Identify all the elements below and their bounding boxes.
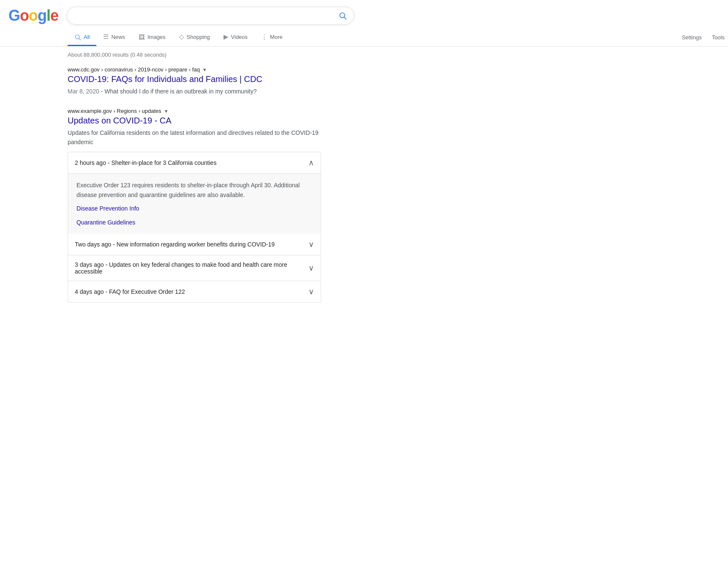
- shopping-tab-icon: ◇: [179, 33, 184, 41]
- chevron-down-icon-3: ∨: [308, 287, 314, 296]
- result-snippet-ca: Updates for California residents on the …: [68, 128, 321, 147]
- nav-settings: Settings Tools: [679, 30, 728, 45]
- tab-news-label: News: [111, 34, 125, 40]
- result-snippet-sep-cdc: -: [101, 88, 105, 95]
- tab-more[interactable]: ⋮ More: [254, 29, 289, 46]
- header: Google coronavirus in ca: [0, 0, 728, 25]
- result-item-cdc: www.cdc.gov › coronavirus › 2019-ncov › …: [68, 66, 321, 96]
- result-url-cdc: www.cdc.gov › coronavirus › 2019-ncov › …: [68, 66, 321, 73]
- expandable-row-2[interactable]: 3 days ago - Updates on key federal chan…: [68, 255, 321, 281]
- result-item-ca: www.example.gov › Regions › updates ▼ Up…: [68, 108, 321, 303]
- more-tab-icon: ⋮: [261, 33, 267, 41]
- chevron-down-icon-1: ∨: [308, 240, 314, 249]
- expandable-row-0[interactable]: 2 hours ago - Shelter-in-place for 3 Cal…: [68, 152, 321, 174]
- search-bar: coronavirus in ca: [67, 7, 354, 25]
- tab-more-label: More: [270, 34, 283, 40]
- expandable-row-label-0: 2 hours ago - Shelter-in-place for 3 Cal…: [75, 159, 216, 166]
- result-url-text-ca: www.example.gov › Regions › updates: [68, 108, 161, 114]
- expanded-content-0: Executive Order 123 requires residents t…: [68, 174, 321, 234]
- expanded-text-0: Executive Order 123 requires residents t…: [76, 182, 300, 198]
- tools-link[interactable]: Tools: [709, 30, 728, 45]
- search-bar-wrapper: coronavirus in ca: [67, 7, 354, 25]
- expandable-row-3[interactable]: 4 days ago - FAQ for Executive Order 122…: [68, 281, 321, 302]
- tab-videos[interactable]: ▶ Videos: [217, 29, 255, 46]
- settings-link[interactable]: Settings: [679, 30, 705, 45]
- tab-all-label: All: [84, 34, 90, 40]
- expandable-row-1[interactable]: Two days ago - New information regarding…: [68, 234, 321, 255]
- results-count: About 88,800,000 results (0.48 seconds): [68, 52, 321, 58]
- tab-shopping-label: Shopping: [187, 34, 210, 40]
- search-button[interactable]: [338, 11, 347, 20]
- tab-all[interactable]: All: [68, 29, 96, 46]
- videos-tab-icon: ▶: [224, 33, 229, 41]
- url-dropdown-arrow-cdc[interactable]: ▼: [202, 67, 207, 72]
- result-url-text-cdc: www.cdc.gov › coronavirus › 2019-ncov › …: [68, 66, 200, 73]
- google-logo: Google: [8, 7, 58, 25]
- expandable-row-label-1: Two days ago - New information regarding…: [75, 241, 275, 248]
- tab-images[interactable]: 🖼 Images: [132, 29, 172, 46]
- result-date-cdc: Mar 8, 2020: [68, 88, 99, 95]
- expandable-row-label-3: 4 days ago - FAQ for Executive Order 122: [75, 288, 185, 295]
- result-title-ca[interactable]: Updates on COVID-19 - CA: [68, 116, 321, 126]
- url-dropdown-arrow-ca[interactable]: ▼: [164, 109, 169, 114]
- search-input[interactable]: coronavirus in ca: [74, 12, 338, 19]
- result-url-ca: www.example.gov › Regions › updates ▼: [68, 108, 321, 114]
- search-icon: [338, 11, 347, 20]
- svg-line-3: [79, 38, 81, 40]
- svg-line-1: [344, 17, 346, 19]
- quarantine-guidelines-link[interactable]: Quarantine Guidelines: [76, 218, 312, 227]
- tab-shopping[interactable]: ◇ Shopping: [172, 29, 217, 46]
- news-tab-icon: ☰: [103, 33, 109, 41]
- chevron-down-icon-2: ∨: [308, 263, 314, 273]
- tab-videos-label: Videos: [231, 34, 248, 40]
- disease-prevention-link[interactable]: Disease Prevention Info: [76, 204, 312, 213]
- images-tab-icon: 🖼: [139, 33, 145, 41]
- results-area: About 88,800,000 results (0.48 seconds) …: [0, 47, 321, 303]
- search-tab-icon: [74, 33, 81, 41]
- expandable-row-label-2: 3 days ago - Updates on key federal chan…: [75, 261, 308, 275]
- result-snippet-text-cdc: What should I do if there is an outbreak…: [104, 88, 256, 95]
- tab-images-label: Images: [147, 34, 166, 40]
- chevron-up-icon-0: ∧: [308, 158, 314, 167]
- tab-news[interactable]: ☰ News: [96, 29, 132, 46]
- nav-tabs: All ☰ News 🖼 Images ◇ Shopping ▶ Videos …: [0, 25, 728, 47]
- expandable-section: 2 hours ago - Shelter-in-place for 3 Cal…: [68, 152, 321, 303]
- result-snippet-cdc: Mar 8, 2020 - What should I do if there …: [68, 87, 321, 96]
- result-title-cdc[interactable]: COVID-19: FAQs for Individuals and Famil…: [68, 74, 321, 84]
